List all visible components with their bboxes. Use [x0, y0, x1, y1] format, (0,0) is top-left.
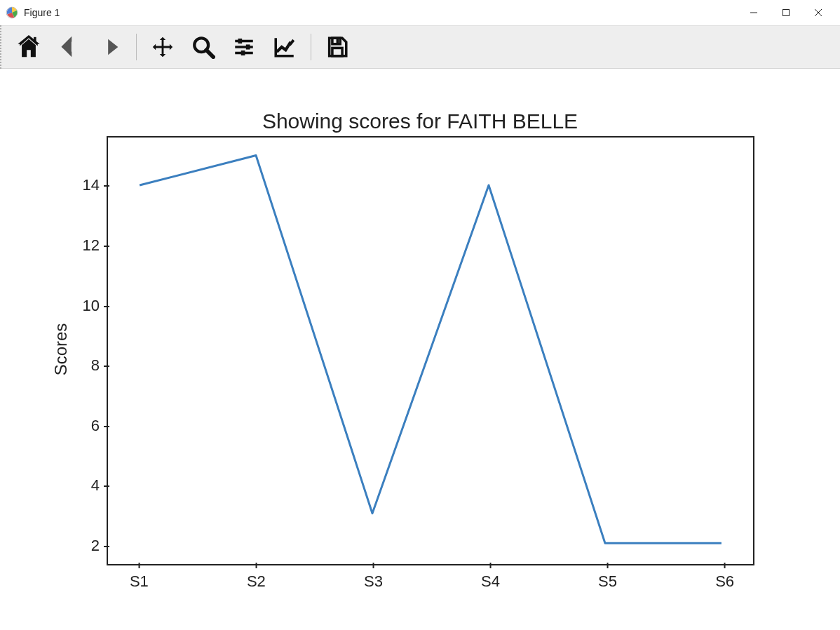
y-tick-label: 14: [69, 176, 108, 194]
toolbar-separator: [136, 34, 137, 60]
back-button[interactable]: [55, 32, 84, 62]
x-tick-label: S6: [715, 564, 734, 591]
window-left-edge-grip: [0, 25, 2, 69]
close-button[interactable]: [802, 2, 834, 23]
chart-title: Showing scores for FAITH BELLE: [0, 109, 840, 133]
svg-rect-15: [337, 39, 339, 43]
plot-axes[interactable]: 2468101214S1S2S3S4S5S6: [107, 136, 754, 565]
y-tick-label: 6: [69, 417, 108, 435]
y-tick-label: 8: [69, 356, 108, 375]
configure-subplots-button[interactable]: [229, 32, 259, 62]
toolbar: [0, 25, 840, 69]
maximize-button[interactable]: [770, 2, 802, 23]
axes-edit-button[interactable]: [270, 32, 299, 62]
svg-line-7: [206, 50, 213, 57]
line-plot: [108, 138, 753, 564]
minimize-button[interactable]: [738, 2, 770, 23]
save-button[interactable]: [323, 32, 352, 62]
svg-rect-2: [783, 9, 790, 15]
x-tick-label: S2: [247, 564, 266, 591]
y-tick-label: 10: [69, 297, 108, 315]
svg-rect-14: [332, 38, 340, 44]
chart-area: Showing scores for FAITH BELLE Scores 24…: [0, 69, 840, 630]
window-title: Figure 1: [24, 7, 738, 18]
titlebar: Figure 1: [0, 0, 840, 25]
toolbar-separator: [311, 34, 311, 60]
y-tick-label: 12: [69, 236, 108, 255]
svg-rect-5: [34, 37, 36, 42]
svg-rect-16: [332, 48, 342, 55]
window-controls: [738, 2, 834, 23]
x-tick-label: S4: [481, 564, 500, 591]
svg-rect-13: [241, 51, 245, 55]
app-icon: [6, 6, 18, 19]
y-tick-label: 2: [69, 537, 108, 555]
y-tick-label: 4: [69, 476, 108, 495]
svg-rect-11: [246, 44, 250, 49]
svg-rect-9: [238, 39, 243, 43]
forward-button[interactable]: [95, 32, 125, 62]
x-tick-label: S5: [598, 564, 617, 591]
pan-button[interactable]: [148, 32, 177, 62]
x-tick-label: S1: [130, 564, 149, 591]
zoom-button[interactable]: [189, 32, 218, 62]
x-tick-label: S3: [364, 564, 383, 591]
home-button[interactable]: [14, 32, 43, 62]
